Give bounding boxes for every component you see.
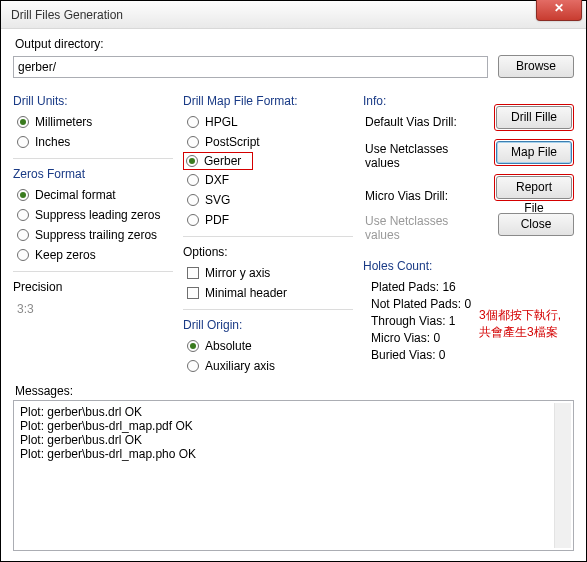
holes-count-title: Holes Count: bbox=[363, 259, 478, 273]
radio-label: Gerber bbox=[204, 154, 241, 168]
radio-svg[interactable]: SVG bbox=[187, 193, 353, 207]
messages-label: Messages: bbox=[15, 384, 574, 398]
separator bbox=[13, 158, 173, 159]
message-line: Plot: gerber\bus.drl OK bbox=[20, 433, 567, 447]
scrollbar[interactable] bbox=[554, 403, 571, 548]
radio-label: Inches bbox=[35, 135, 70, 149]
radio-inches[interactable]: Inches bbox=[17, 135, 173, 149]
holes-item: Micro Vias: 0 bbox=[371, 331, 478, 345]
radio-postscript[interactable]: PostScript bbox=[187, 135, 353, 149]
info-title: Info: bbox=[363, 94, 478, 108]
radio-millimeters[interactable]: Millimeters bbox=[17, 115, 173, 129]
report-file-button[interactable]: Report File bbox=[496, 176, 572, 199]
close-button[interactable]: Close bbox=[498, 213, 574, 236]
annotation-line: 共會產生3檔案 bbox=[479, 325, 558, 339]
radio-label: SVG bbox=[205, 193, 230, 207]
radio-icon bbox=[187, 360, 199, 372]
map-file-button[interactable]: Map File bbox=[496, 141, 572, 164]
radio-hpgl[interactable]: HPGL bbox=[187, 115, 353, 129]
radio-label: PDF bbox=[205, 213, 229, 227]
holes-item: Plated Pads: 16 bbox=[371, 280, 478, 294]
check-label: Mirror y axis bbox=[205, 266, 270, 280]
radio-label: Auxiliary axis bbox=[205, 359, 275, 373]
zeros-format-title: Zeros Format bbox=[13, 167, 173, 181]
annotation-text: 3個都按下執行, 共會產生3檔案 bbox=[479, 307, 561, 341]
drill-units-title: Drill Units: bbox=[13, 94, 173, 108]
radio-icon bbox=[187, 116, 199, 128]
radio-suppress-leading[interactable]: Suppress leading zeros bbox=[17, 208, 173, 222]
drill-origin-title: Drill Origin: bbox=[183, 318, 353, 332]
checkbox-icon bbox=[187, 267, 199, 279]
radio-label: Decimal format bbox=[35, 188, 116, 202]
radio-icon bbox=[187, 340, 199, 352]
radio-icon bbox=[187, 194, 199, 206]
radio-label: DXF bbox=[205, 173, 229, 187]
message-line: Plot: gerber\bus-drl_map.pho OK bbox=[20, 447, 567, 461]
messages-box[interactable]: Plot: gerber\bus.drl OK Plot: gerber\bus… bbox=[13, 400, 574, 551]
message-line: Plot: gerber\bus.drl OK bbox=[20, 405, 567, 419]
separator bbox=[183, 309, 353, 310]
radio-icon bbox=[187, 214, 199, 226]
radio-label: Suppress trailing zeros bbox=[35, 228, 157, 242]
titlebar: Drill Files Generation ✕ bbox=[1, 1, 586, 29]
check-label: Minimal header bbox=[205, 286, 287, 300]
radio-decimal-format[interactable]: Decimal format bbox=[17, 188, 173, 202]
radio-pdf[interactable]: PDF bbox=[187, 213, 353, 227]
radio-label: Absolute bbox=[205, 339, 252, 353]
radio-label: HPGL bbox=[205, 115, 238, 129]
radio-icon bbox=[17, 136, 29, 148]
drill-file-button[interactable]: Drill Fille bbox=[496, 106, 572, 129]
radio-suppress-trailing[interactable]: Suppress trailing zeros bbox=[17, 228, 173, 242]
radio-label: Keep zeros bbox=[35, 248, 96, 262]
dialog-window: Drill Files Generation ✕ Output director… bbox=[0, 0, 587, 562]
radio-gerber[interactable]: Gerber bbox=[186, 154, 248, 168]
check-minimal-header[interactable]: Minimal header bbox=[187, 286, 353, 300]
precision-title: Precision bbox=[13, 280, 173, 294]
radio-label: Millimeters bbox=[35, 115, 92, 129]
separator bbox=[183, 236, 353, 237]
check-mirror-y[interactable]: Mirror y axis bbox=[187, 266, 353, 280]
holes-list: Plated Pads: 16 Not Plated Pads: 0 Throu… bbox=[363, 277, 478, 365]
default-vias-label: Default Vias Drill: bbox=[365, 115, 478, 129]
holes-item: Through Vias: 1 bbox=[371, 314, 478, 328]
radio-icon bbox=[17, 229, 29, 241]
radio-label: PostScript bbox=[205, 135, 260, 149]
close-icon: ✕ bbox=[554, 1, 564, 15]
output-directory-input[interactable]: gerber/ bbox=[13, 56, 488, 78]
map-file-highlight: Map File bbox=[494, 139, 574, 166]
col-format: Drill Map File Format: HPGL PostScript G… bbox=[183, 88, 353, 376]
radio-icon bbox=[17, 189, 29, 201]
radio-absolute[interactable]: Absolute bbox=[187, 339, 353, 353]
micro-vias-label: Micro Vias Drill: bbox=[365, 189, 478, 203]
holes-item: Buried Vias: 0 bbox=[371, 348, 478, 362]
col-left: Drill Units: Millimeters Inches Zeros Fo… bbox=[13, 88, 173, 376]
radio-label: Suppress leading zeros bbox=[35, 208, 160, 222]
output-directory-group: Output directory: gerber/ Browse bbox=[13, 37, 574, 78]
gerber-highlight: Gerber bbox=[183, 152, 253, 170]
output-directory-label: Output directory: bbox=[15, 37, 574, 51]
options-title: Options: bbox=[183, 245, 353, 259]
map-format-title: Drill Map File Format: bbox=[183, 94, 353, 108]
annotation-line: 3個都按下執行, bbox=[479, 308, 561, 322]
radio-dxf[interactable]: DXF bbox=[187, 173, 353, 187]
window-title: Drill Files Generation bbox=[11, 8, 123, 22]
drill-file-highlight: Drill Fille bbox=[494, 104, 574, 131]
checkbox-icon bbox=[187, 287, 199, 299]
separator bbox=[13, 271, 173, 272]
dialog-body: Output directory: gerber/ Browse Drill U… bbox=[1, 29, 586, 561]
radio-icon bbox=[17, 209, 29, 221]
report-file-highlight: Report File bbox=[494, 174, 574, 201]
col-info: Info: Default Vias Drill: Use Netclasses… bbox=[363, 88, 478, 376]
radio-icon bbox=[186, 155, 198, 167]
browse-button[interactable]: Browse bbox=[498, 55, 574, 78]
radio-auxiliary-axis[interactable]: Auxiliary axis bbox=[187, 359, 353, 373]
message-line: Plot: gerber\bus-drl_map.pdf OK bbox=[20, 419, 567, 433]
micro-vias-value: Use Netclasses values bbox=[365, 214, 478, 242]
radio-icon bbox=[17, 116, 29, 128]
radio-icon bbox=[187, 174, 199, 186]
radio-icon bbox=[187, 136, 199, 148]
window-close-button[interactable]: ✕ bbox=[536, 0, 582, 21]
radio-keep-zeros[interactable]: Keep zeros bbox=[17, 248, 173, 262]
radio-icon bbox=[17, 249, 29, 261]
default-vias-value: Use Netclasses values bbox=[365, 142, 478, 170]
